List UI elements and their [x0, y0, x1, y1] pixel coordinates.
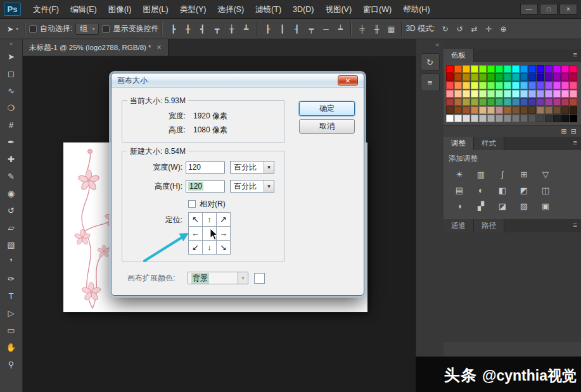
swatch[interactable]: [471, 106, 478, 114]
swatch[interactable]: [454, 106, 462, 114]
lasso-tool[interactable]: ∿: [3, 82, 20, 99]
selective-color-icon[interactable]: ▣: [535, 198, 556, 214]
swatch[interactable]: [479, 90, 487, 98]
menu-item[interactable]: 文件(F): [27, 0, 65, 19]
swatch[interactable]: [528, 98, 536, 106]
clone-stamp-tool[interactable]: ◉: [3, 185, 20, 202]
swatch[interactable]: [553, 82, 561, 89]
anchor-cell[interactable]: ↑: [203, 213, 217, 227]
black-white-icon[interactable]: ◧: [492, 182, 513, 198]
swatch[interactable]: [528, 106, 536, 114]
swatch[interactable]: [479, 82, 487, 89]
swatch[interactable]: [454, 98, 462, 106]
channel-mixer-icon[interactable]: ◫: [535, 182, 556, 198]
distribute-right-icon[interactable]: ┷: [333, 23, 347, 35]
swatch[interactable]: [454, 82, 462, 89]
healing-brush-tool[interactable]: ✚: [3, 151, 20, 168]
swatch[interactable]: [512, 90, 520, 98]
threshold-icon[interactable]: ◪: [492, 198, 513, 214]
swatch[interactable]: [487, 115, 495, 122]
swatch[interactable]: [495, 82, 503, 89]
distribute-center-v-icon[interactable]: ┃: [275, 23, 289, 35]
swatch[interactable]: [570, 90, 577, 98]
swatch[interactable]: [495, 65, 503, 73]
vibrance-icon[interactable]: ▽: [535, 167, 556, 182]
marquee-tool[interactable]: ◻: [3, 65, 20, 82]
swatch[interactable]: [537, 73, 544, 81]
anchor-cell[interactable]: ↗: [217, 213, 231, 227]
canvas-extension-select[interactable]: 背景 ▼: [188, 272, 248, 284]
move-tool[interactable]: ➤: [3, 48, 20, 65]
menu-item[interactable]: 帮助(H): [397, 0, 435, 19]
swatch[interactable]: [520, 82, 528, 89]
swatch[interactable]: [537, 90, 544, 98]
tab-styles[interactable]: 样式: [474, 137, 504, 150]
path-selection-tool[interactable]: ▷: [3, 305, 20, 322]
swatch[interactable]: [487, 82, 495, 89]
swatch[interactable]: [570, 65, 577, 73]
swatch[interactable]: [504, 65, 511, 73]
anchor-cell[interactable]: ←: [189, 227, 203, 241]
3d-scale-icon[interactable]: ⊕: [496, 23, 510, 35]
swatch[interactable]: [520, 106, 528, 114]
panel-menu-icon[interactable]: ≡: [573, 51, 577, 58]
menu-item[interactable]: 图层(L): [137, 0, 174, 19]
hand-tool[interactable]: ✋: [3, 339, 20, 356]
swatch[interactable]: [479, 73, 487, 81]
crop-tool[interactable]: #: [3, 117, 20, 134]
swatch[interactable]: [537, 82, 544, 89]
swatch[interactable]: [504, 106, 511, 114]
invert-icon[interactable]: ◑: [449, 198, 470, 214]
swatch[interactable]: [561, 90, 569, 98]
swatch[interactable]: [495, 106, 503, 114]
swatch[interactable]: [570, 82, 577, 89]
swatch[interactable]: [570, 73, 577, 81]
history-brush-tool[interactable]: ↺: [3, 202, 20, 219]
menu-item[interactable]: 编辑(E): [65, 0, 103, 19]
swatch[interactable]: [537, 98, 544, 106]
swatch[interactable]: [446, 73, 454, 81]
swatch[interactable]: [520, 90, 528, 98]
tab-channels[interactable]: 通道: [444, 219, 474, 232]
show-transform-checkbox[interactable]: [102, 25, 110, 33]
swatch[interactable]: [570, 98, 577, 106]
swatch[interactable]: [479, 65, 487, 73]
menu-item[interactable]: 3D(D): [287, 0, 319, 19]
distribute-center-h-icon[interactable]: ─: [319, 23, 333, 35]
zoom-tool[interactable]: ⚲: [3, 356, 20, 373]
height-unit-select[interactable]: 百分比 ▼: [230, 180, 274, 193]
swatch[interactable]: [446, 65, 454, 73]
blur-tool[interactable]: ❜: [3, 253, 20, 270]
width-input[interactable]: 120: [186, 161, 225, 174]
swatch[interactable]: [454, 115, 462, 122]
swatch[interactable]: [545, 65, 552, 73]
swatch[interactable]: [487, 73, 495, 81]
swatch[interactable]: [463, 106, 470, 114]
dialog-title-bar[interactable]: 画布大小 ✕: [112, 73, 364, 88]
align-center-v-icon[interactable]: ╁: [224, 23, 238, 35]
menu-item[interactable]: 类型(Y): [174, 0, 212, 19]
swatch[interactable]: [528, 90, 536, 98]
dialog-close-button[interactable]: ✕: [338, 75, 358, 85]
3d-pan-icon[interactable]: ⇄: [467, 23, 481, 35]
delete-swatch-icon[interactable]: ⊟: [571, 127, 577, 136]
swatch[interactable]: [545, 115, 552, 122]
exposure-icon[interactable]: ⊞: [513, 167, 535, 182]
anchor-cell[interactable]: ↓: [203, 241, 217, 255]
menu-item[interactable]: 图像(I): [103, 0, 137, 19]
swatch[interactable]: [520, 73, 528, 81]
swatch[interactable]: [545, 106, 552, 114]
distribute-top-icon[interactable]: ┠: [260, 23, 274, 35]
swatch[interactable]: [537, 65, 544, 73]
swatch[interactable]: [512, 106, 520, 114]
ok-button[interactable]: 确定: [299, 101, 355, 116]
swatch[interactable]: [570, 115, 577, 122]
close-button[interactable]: ×: [559, 4, 577, 15]
tab-swatches[interactable]: 色板: [444, 49, 474, 62]
swatch[interactable]: [454, 73, 462, 81]
swatch[interactable]: [504, 90, 511, 98]
swatch[interactable]: [487, 98, 495, 106]
swatch[interactable]: [471, 115, 478, 122]
eraser-tool[interactable]: ▱: [3, 219, 20, 236]
swatch[interactable]: [463, 65, 470, 73]
